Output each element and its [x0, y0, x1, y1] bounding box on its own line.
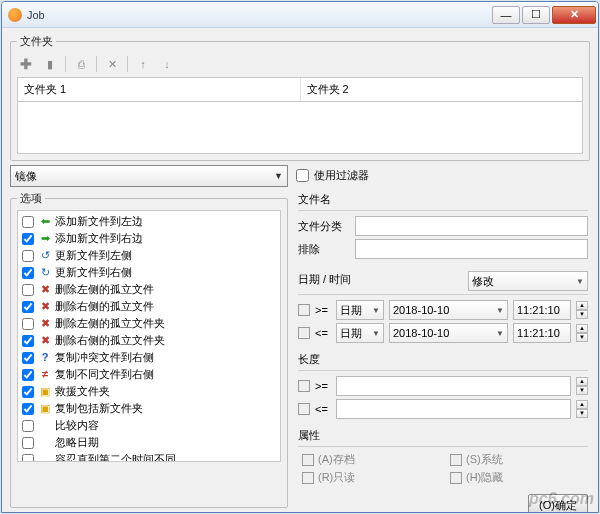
job-window: Job — ☐ ✕ 文件夹 ✚ ▮ ⎙ ✕ ↑ ↓ 文件夹 1 文件夹 2	[1, 1, 599, 513]
delete-icon[interactable]: ✕	[103, 55, 121, 73]
attr-readonly[interactable]: (R)只读	[302, 470, 436, 485]
filename-group: 文件名 文件分类 排除	[296, 192, 590, 262]
option-row[interactable]: 比较内容	[18, 417, 280, 434]
option-row[interactable]: 添加新文件到左边	[18, 213, 280, 230]
class-input[interactable]	[355, 216, 588, 236]
exclude-label: 排除	[298, 242, 350, 257]
option-checkbox[interactable]	[22, 437, 34, 449]
folders-group: 文件夹 ✚ ▮ ⎙ ✕ ↑ ↓ 文件夹 1 文件夹 2	[10, 34, 590, 161]
exclude-input[interactable]	[355, 239, 588, 259]
option-checkbox[interactable]	[22, 233, 34, 245]
folder-icon[interactable]: ▮	[41, 55, 59, 73]
option-row[interactable]: 更新文件到左侧	[18, 247, 280, 264]
len-le-checkbox[interactable]	[298, 403, 310, 415]
option-row[interactable]: 更新文件到右侧	[18, 264, 280, 281]
attr-hidden[interactable]: (H)隐藏	[450, 470, 584, 485]
option-checkbox[interactable]	[22, 335, 34, 347]
option-row[interactable]: 救援文件夹	[18, 383, 280, 400]
toolbar-separator	[96, 56, 97, 72]
up-icon[interactable]: ↑	[134, 55, 152, 73]
option-checkbox[interactable]	[22, 420, 34, 432]
folders-legend: 文件夹	[17, 34, 56, 49]
length-header: 长度	[298, 352, 588, 367]
date-ge-spinner[interactable]: ▲▼	[576, 301, 588, 319]
down-icon[interactable]: ↓	[158, 55, 176, 73]
ic-x-red-icon	[38, 300, 52, 314]
date-le-type[interactable]: 日期▼	[336, 323, 384, 343]
class-label: 文件分类	[298, 219, 350, 234]
ic-green-r-icon	[38, 232, 52, 246]
option-checkbox[interactable]	[22, 216, 34, 228]
folder-col-1[interactable]: 文件夹 1	[18, 78, 301, 101]
option-row[interactable]: 删除右侧的孤立文件	[18, 298, 280, 315]
len-ge-spinner[interactable]: ▲▼	[576, 377, 588, 395]
folders-list[interactable]	[17, 102, 583, 154]
option-checkbox[interactable]	[22, 352, 34, 364]
date-le-checkbox[interactable]	[298, 327, 310, 339]
option-label: 删除左侧的孤立文件	[55, 282, 154, 297]
option-checkbox[interactable]	[22, 386, 34, 398]
option-row[interactable]: 容忍直到第二个时间不同	[18, 451, 280, 462]
option-row[interactable]: 复制不同文件到右侧	[18, 366, 280, 383]
len-ge-checkbox[interactable]	[298, 380, 310, 392]
option-label: 忽略日期	[55, 435, 99, 450]
date-ge-type[interactable]: 日期▼	[336, 300, 384, 320]
op-ge-label2: >=	[315, 380, 331, 392]
option-row[interactable]: 复制冲突文件到右侧	[18, 349, 280, 366]
length-group: 长度 >= ▲▼ <= ▲▼	[296, 352, 590, 422]
date-ge-date[interactable]: 2018-10-10▼	[389, 300, 508, 320]
ic-q-icon	[38, 351, 52, 365]
use-filter-row[interactable]: 使用过滤器	[296, 168, 590, 183]
maximize-button[interactable]: ☐	[522, 6, 550, 24]
option-row[interactable]: 复制包括新文件夹	[18, 400, 280, 417]
client-area: 文件夹 ✚ ▮ ⎙ ✕ ↑ ↓ 文件夹 1 文件夹 2 镜像	[2, 28, 598, 512]
option-checkbox[interactable]	[22, 250, 34, 262]
add-icon[interactable]: ✚	[17, 55, 35, 73]
use-filter-checkbox[interactable]	[296, 169, 309, 182]
option-row[interactable]: 删除左侧的孤立文件夹	[18, 315, 280, 332]
folder-col-2[interactable]: 文件夹 2	[301, 78, 583, 101]
option-label: 删除右侧的孤立文件	[55, 299, 154, 314]
option-row[interactable]: 忽略日期	[18, 434, 280, 451]
option-row[interactable]: 删除左侧的孤立文件	[18, 281, 280, 298]
len-le-input[interactable]	[336, 399, 571, 419]
attr-header: 属性	[298, 428, 588, 443]
attr-system[interactable]: (S)系统	[450, 452, 584, 467]
datetime-group: 日期 / 时间 修改▼ >= 日期▼ 2018-10-10▼ 11:21:10 …	[296, 268, 590, 346]
datetime-header: 日期 / 时间	[298, 272, 463, 287]
option-checkbox[interactable]	[22, 318, 34, 330]
date-le-time[interactable]: 11:21:10	[513, 323, 571, 343]
date-mode-select[interactable]: 修改▼	[468, 271, 588, 291]
ic-fldn-icon	[38, 402, 52, 416]
option-row[interactable]: 添加新文件到右边	[18, 230, 280, 247]
filename-header: 文件名	[298, 192, 588, 207]
option-row[interactable]: 删除右侧的孤立文件夹	[18, 332, 280, 349]
len-le-spinner[interactable]: ▲▼	[576, 400, 588, 418]
ic-blue-l-icon	[38, 249, 52, 263]
date-ge-checkbox[interactable]	[298, 304, 310, 316]
date-le-spinner[interactable]: ▲▼	[576, 324, 588, 342]
ic-green-l-icon	[38, 215, 52, 229]
option-checkbox[interactable]	[22, 403, 34, 415]
option-checkbox[interactable]	[22, 267, 34, 279]
option-checkbox[interactable]	[22, 284, 34, 296]
attr-archive[interactable]: (A)存档	[302, 452, 436, 467]
ok-button[interactable]: (O)确定	[528, 494, 588, 512]
print-icon[interactable]: ⎙	[72, 55, 90, 73]
option-checkbox[interactable]	[22, 369, 34, 381]
option-checkbox[interactable]	[22, 454, 34, 463]
mode-select[interactable]: 镜像 ▼	[10, 165, 288, 187]
dialog-buttons: (O)确定	[296, 491, 590, 512]
option-checkbox[interactable]	[22, 301, 34, 313]
options-list[interactable]: 添加新文件到左边添加新文件到右边更新文件到左侧更新文件到右侧删除左侧的孤立文件删…	[17, 210, 281, 462]
close-button[interactable]: ✕	[552, 6, 596, 24]
date-ge-time[interactable]: 11:21:10	[513, 300, 571, 320]
date-le-date[interactable]: 2018-10-10▼	[389, 323, 508, 343]
option-label: 删除左侧的孤立文件夹	[55, 316, 165, 331]
op-ge-label: >=	[315, 304, 331, 316]
len-ge-input[interactable]	[336, 376, 571, 396]
ic-x-red-icon	[38, 334, 52, 348]
options-legend: 选项	[17, 191, 45, 206]
minimize-button[interactable]: —	[492, 6, 520, 24]
ic-neq-icon	[38, 368, 52, 382]
